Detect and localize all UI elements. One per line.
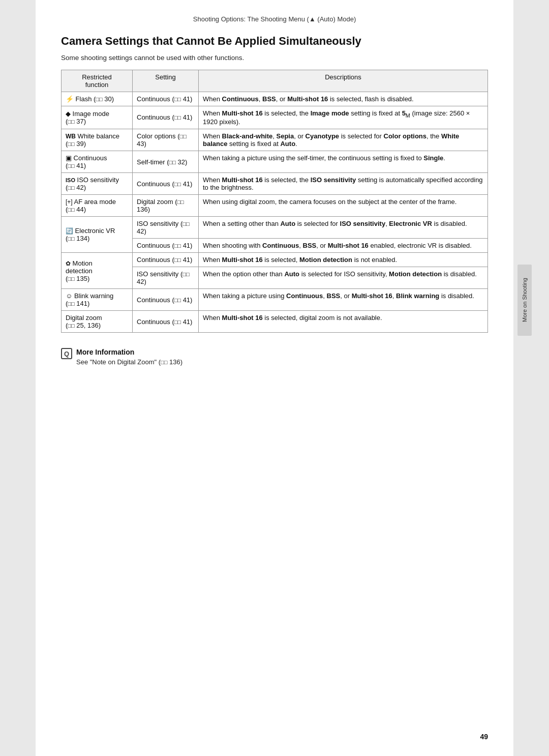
- desc-image-mode: When Multi-shot 16 is selected, the Imag…: [199, 106, 488, 129]
- col-header-setting: Setting: [133, 70, 199, 92]
- more-info-icon-symbol: Q: [64, 350, 69, 358]
- desc-digital-zoom: When Multi-shot 16 is selected, digital …: [199, 311, 488, 333]
- setting-image-mode: Continuous (□□ 41): [133, 106, 199, 129]
- wb-icon: WB: [66, 133, 76, 140]
- desc-flash: When Continuous, BSS, or Multi-shot 16 i…: [199, 92, 488, 106]
- page: More on Shooting Shooting Options: The S…: [36, 0, 513, 756]
- table-row: ▣ Continuous(□□ 41) Self-timer (□□ 32) W…: [62, 151, 488, 173]
- desc-af: When using digital zoom, the camera focu…: [199, 195, 488, 217]
- restricted-digital-zoom: Digital zoom(□□ 25, 136): [62, 311, 133, 333]
- subtitle: Some shooting settings cannot be used wi…: [61, 54, 488, 62]
- setting-iso: Continuous (□□ 41): [133, 173, 199, 195]
- setting-evr-1: ISO sensitivity (□□ 42): [133, 217, 199, 239]
- setting-digital-zoom: Continuous (□□ 41): [133, 311, 199, 333]
- table-row: WB White balance(□□ 39) Color options (□…: [62, 129, 488, 151]
- restricted-continuous: ▣ Continuous(□□ 41): [62, 151, 133, 173]
- setting-blink: Continuous (□□ 41): [133, 289, 199, 311]
- table-row: Digital zoom(□□ 25, 136) Continuous (□□ …: [62, 311, 488, 333]
- desc-blink: When taking a picture using Continuous, …: [199, 289, 488, 311]
- restricted-blink: ☺ Blink warning(□□ 141): [62, 289, 133, 311]
- setting-af: Digital zoom (□□ 136): [133, 195, 199, 217]
- setting-continuous: Self-timer (□□ 32): [133, 151, 199, 173]
- af-icon: [+]: [66, 198, 73, 206]
- restricted-flash: ⚡ Flash (□□ 30): [62, 92, 133, 106]
- more-info-title: More Information: [76, 348, 182, 356]
- more-info-text: See "Note on Digital Zoom" (□□ 136): [76, 358, 182, 366]
- table-row: ✿ Motiondetection(□□ 135) Continuous (□□…: [62, 253, 488, 267]
- col-header-restricted: Restrictedfunction: [62, 70, 133, 92]
- table-row: ☺ Blink warning(□□ 141) Continuous (□□ 4…: [62, 289, 488, 311]
- top-header-text: Shooting Options: The Shooting Menu (▲ (…: [193, 15, 356, 23]
- subtitle-text: Some shooting settings cannot be used wi…: [61, 54, 244, 62]
- restricted-evr: 🔄 Electronic VR(□□ 134): [62, 217, 133, 253]
- restricted-af: [+] AF area mode(□□ 44): [62, 195, 133, 217]
- setting-motion-2: ISO sensitivity (□□ 42): [133, 267, 199, 289]
- more-information-section: Q More Information See "Note on Digital …: [61, 348, 488, 366]
- page-title-text: Camera Settings that Cannot Be Applied S…: [61, 35, 361, 47]
- restricted-iso: ISO ISO sensitivity(□□ 42): [62, 173, 133, 195]
- setting-motion-1: Continuous (□□ 41): [133, 253, 199, 267]
- desc-iso: When Multi-shot 16 is selected, the ISO …: [199, 173, 488, 195]
- setting-flash: Continuous (□□ 41): [133, 92, 199, 106]
- desc-evr-2: When shooting with Continuous, BSS, or M…: [199, 239, 488, 253]
- flash-icon: ⚡: [66, 95, 74, 103]
- continuous-icon: ▣: [66, 154, 72, 162]
- side-tab-label: More on Shooting: [522, 278, 528, 323]
- blink-icon: ☺: [66, 292, 72, 300]
- restricted-motion: ✿ Motiondetection(□□ 135): [62, 253, 133, 289]
- desc-motion-2: When the option other than Auto is selec…: [199, 267, 488, 289]
- more-info-content: More Information See "Note on Digital Zo…: [76, 348, 182, 366]
- setting-wb: Color options (□□ 43): [133, 129, 199, 151]
- col-header-desc: Descriptions: [199, 70, 488, 92]
- top-header: Shooting Options: The Shooting Menu (▲ (…: [61, 15, 488, 25]
- image-mode-icon: ◆: [66, 110, 71, 118]
- page-title: Camera Settings that Cannot Be Applied S…: [61, 34, 488, 49]
- page-number: 49: [480, 733, 488, 741]
- settings-table: Restrictedfunction Setting Descriptions …: [61, 70, 488, 333]
- setting-evr-2: Continuous (□□ 41): [133, 239, 199, 253]
- table-row: [+] AF area mode(□□ 44) Digital zoom (□□…: [62, 195, 488, 217]
- side-tab: More on Shooting: [517, 265, 532, 336]
- restricted-wb: WB White balance(□□ 39): [62, 129, 133, 151]
- table-row: 🔄 Electronic VR(□□ 134) ISO sensitivity …: [62, 217, 488, 239]
- desc-continuous: When taking a picture using the self-tim…: [199, 151, 488, 173]
- table-row: ⚡ Flash (□□ 30) Continuous (□□ 41) When …: [62, 92, 488, 106]
- evr-icon: 🔄: [66, 227, 73, 235]
- restricted-image-mode: ◆ Image mode(□□ 37): [62, 106, 133, 129]
- iso-icon: ISO: [66, 177, 75, 183]
- desc-motion-1: When Multi-shot 16 is selected, Motion d…: [199, 253, 488, 267]
- table-row: ISO ISO sensitivity(□□ 42) Continuous (□…: [62, 173, 488, 195]
- desc-evr-1: When a setting other than Auto is select…: [199, 217, 488, 239]
- desc-wb: When Black-and-white, Sepia, or Cyanotyp…: [199, 129, 488, 151]
- table-row: ◆ Image mode(□□ 37) Continuous (□□ 41) W…: [62, 106, 488, 129]
- motion-icon: ✿: [66, 260, 71, 267]
- more-info-icon: Q: [61, 348, 72, 359]
